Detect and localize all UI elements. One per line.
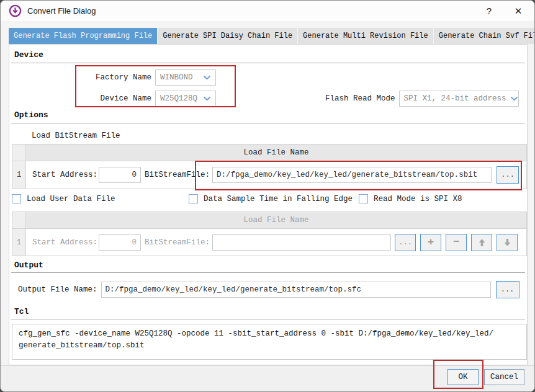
arrow-up-icon bbox=[479, 238, 485, 247]
tab-generate-flash-programming-file[interactable]: Generate Flash Programming File bbox=[9, 28, 158, 44]
output-file-name-row: Output File Name: ... bbox=[18, 282, 519, 298]
output-file-name-label: Output File Name: bbox=[18, 285, 97, 294]
flash-read-mode-label: Flash Read Mode bbox=[325, 94, 395, 103]
start-address-label: Start Address: bbox=[32, 171, 97, 179]
start-address-input-disabled bbox=[99, 234, 141, 251]
tab-generate-chain-svf-file[interactable]: Generate Chain Svf File bbox=[434, 28, 535, 44]
checkbox-row-load-user-data: Load User Data File bbox=[12, 194, 115, 203]
device-section-divider bbox=[11, 63, 525, 63]
factory-name-row: Factory Name WINBOND bbox=[65, 69, 216, 86]
factory-name-label: Factory Name bbox=[65, 73, 151, 82]
device-name-row: Device Name W25Q128Q bbox=[65, 91, 216, 107]
row-number-header bbox=[12, 212, 26, 228]
options-section-heading: Options bbox=[14, 110, 48, 120]
arrow-down-icon bbox=[504, 238, 511, 247]
load-user-data-checkbox[interactable] bbox=[12, 194, 21, 203]
help-button[interactable]: ? bbox=[477, 1, 501, 21]
user-data-browse-button[interactable]: ... bbox=[395, 234, 416, 251]
row-number-header bbox=[12, 145, 26, 161]
device-name-value: W25Q128Q bbox=[160, 94, 197, 103]
chevron-down-icon bbox=[510, 96, 518, 101]
tab-generate-multi-revision-file[interactable]: Generate Multi Revision File bbox=[298, 28, 434, 44]
load-bitstream-file-label: Load BitStream File bbox=[32, 128, 120, 144]
bitstream-browse-button[interactable]: ... bbox=[497, 166, 519, 184]
title-bar: Convert File Dialog bbox=[1, 1, 535, 21]
tcl-section-divider bbox=[11, 319, 525, 319]
options-section-divider bbox=[11, 123, 525, 123]
flash-read-mode-dropdown[interactable]: SPI X1, 24-bit address bbox=[399, 91, 519, 107]
start-address-label: Start Address: bbox=[32, 238, 97, 247]
convert-file-dialog-window: Convert File Dialog ? ✕ Generate Flash P… bbox=[0, 0, 535, 392]
user-data-file-table: Load File Name 1 Start Address: BitStrea… bbox=[12, 212, 527, 256]
read-mode-spi-x8-label: Read Mode is SPI X8 bbox=[374, 195, 462, 203]
bitstream-table-row: 1 Start Address: BitStreamFile: ... bbox=[12, 161, 526, 189]
tcl-section-heading: Tcl bbox=[14, 307, 29, 316]
output-section-divider bbox=[11, 272, 525, 273]
tab-generate-spi-daisy-chain-file[interactable]: Generate SPI Daisy Chain File bbox=[158, 28, 298, 44]
ok-button[interactable]: OK bbox=[447, 369, 479, 385]
checkbox-row-data-sample-time: Data Sample Time in Falling Edge bbox=[189, 194, 353, 203]
checkbox-row-read-mode-spi-x8: Read Mode is SPI X8 bbox=[359, 194, 462, 203]
tcl-command-text: cfg_gen_sfc -device_name W25Q128Q -opcod… bbox=[19, 328, 498, 352]
output-browse-button[interactable]: ... bbox=[496, 281, 519, 298]
row-number: 1 bbox=[12, 161, 26, 189]
chevron-down-icon bbox=[203, 96, 211, 101]
move-up-button[interactable] bbox=[471, 234, 492, 251]
chevron-down-icon bbox=[203, 75, 211, 80]
add-row-button[interactable]: + bbox=[420, 234, 441, 251]
close-button[interactable]: ✕ bbox=[505, 1, 532, 21]
bitstream-file-label: BitStreamFile: bbox=[145, 238, 210, 247]
load-user-data-label: Load User Data File bbox=[27, 195, 115, 203]
load-file-name-header: Load File Name bbox=[26, 145, 526, 161]
factory-name-dropdown[interactable]: WINBOND bbox=[155, 69, 216, 86]
device-name-dropdown[interactable]: W25Q128Q bbox=[155, 91, 216, 107]
output-file-name-input[interactable] bbox=[101, 282, 491, 298]
output-section-heading: Output bbox=[14, 261, 43, 270]
download-circle-icon bbox=[9, 4, 22, 17]
device-name-label: Device Name bbox=[65, 94, 151, 103]
move-down-button[interactable] bbox=[497, 234, 518, 251]
row-number: 1 bbox=[12, 229, 26, 256]
data-sample-time-label: Data Sample Time in Falling Edge bbox=[204, 195, 353, 203]
load-file-name-header: Load File Name bbox=[26, 212, 526, 228]
data-sample-time-checkbox[interactable] bbox=[189, 194, 198, 203]
read-mode-spi-x8-checkbox[interactable] bbox=[359, 194, 368, 203]
tcl-command-box: cfg_gen_sfc -device_name W25Q128Q -opcod… bbox=[12, 324, 527, 360]
window-title: Convert File Dialog bbox=[27, 6, 96, 16]
remove-row-button[interactable]: − bbox=[446, 234, 467, 251]
tab-bar: Generate Flash Programming File Generate… bbox=[9, 28, 535, 44]
user-data-file-input-disabled bbox=[212, 234, 391, 251]
factory-name-value: WINBOND bbox=[160, 73, 193, 82]
user-data-table-row: 1 Start Address: BitStreamFile: ... + − bbox=[12, 229, 526, 256]
bitstream-file-table: Load File Name 1 Start Address: BitStrea… bbox=[12, 144, 527, 189]
device-section-heading: Device bbox=[14, 50, 43, 60]
flash-read-mode-row: Flash Read Mode SPI X1, 24-bit address bbox=[325, 91, 519, 107]
start-address-input[interactable] bbox=[99, 167, 141, 183]
bitstream-file-input[interactable] bbox=[212, 167, 492, 183]
flash-read-mode-value: SPI X1, 24-bit address bbox=[404, 94, 506, 103]
cancel-button[interactable]: Cancel bbox=[484, 369, 524, 385]
bitstream-file-label: BitStreamFile: bbox=[145, 171, 210, 179]
